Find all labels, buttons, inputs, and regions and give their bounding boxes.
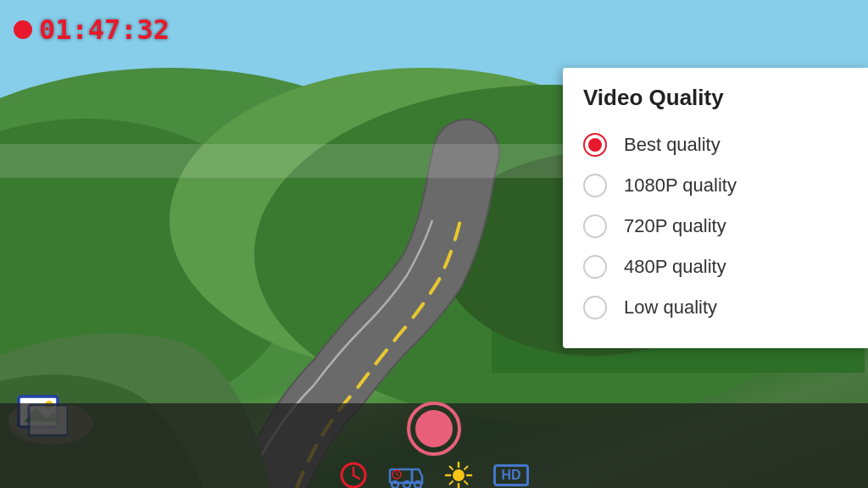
- recording-timer: 01:47:32: [39, 14, 170, 46]
- radio-best[interactable]: [583, 133, 607, 157]
- quality-option-best[interactable]: Best quality: [583, 125, 848, 165]
- svg-line-37: [450, 481, 453, 485]
- brightness-button[interactable]: [444, 461, 473, 488]
- svg-line-21: [353, 475, 359, 479]
- svg-line-35: [465, 481, 468, 485]
- quality-option-1080p[interactable]: 1080P quality: [583, 165, 848, 206]
- timer-button[interactable]: [339, 461, 368, 488]
- recording-indicator: 01:47:32: [14, 14, 170, 46]
- record-button[interactable]: [407, 402, 461, 456]
- quality-label-720p: 720P quality: [624, 215, 726, 237]
- svg-point-23: [392, 481, 398, 488]
- svg-point-29: [453, 469, 465, 481]
- radio-low[interactable]: [583, 296, 607, 319]
- svg-line-34: [450, 467, 453, 470]
- radio-1080p[interactable]: [583, 174, 607, 197]
- hd-quality-button[interactable]: HD: [493, 464, 528, 486]
- svg-line-28: [397, 474, 399, 476]
- svg-point-24: [403, 481, 410, 488]
- radio-720p[interactable]: [583, 214, 607, 238]
- recording-dot: [14, 20, 32, 39]
- radio-480p[interactable]: [583, 255, 607, 279]
- radio-inner-best: [588, 138, 602, 152]
- svg-line-36: [465, 467, 468, 470]
- bottom-toolbar: HD: [0, 403, 868, 488]
- record-button-inner: [415, 410, 453, 447]
- quality-panel-title: Video Quality: [583, 85, 848, 111]
- quality-option-low[interactable]: Low quality: [583, 287, 848, 328]
- hd-label: HD: [493, 464, 528, 486]
- truck-button[interactable]: [388, 461, 424, 488]
- quality-label-480p: 480P quality: [624, 256, 726, 278]
- quality-label-best: Best quality: [624, 134, 721, 156]
- quality-option-480p[interactable]: 480P quality: [583, 247, 848, 287]
- toolbar-icons: HD: [339, 461, 528, 488]
- quality-option-720p[interactable]: 720P quality: [583, 206, 848, 247]
- quality-label-1080p: 1080P quality: [624, 175, 737, 197]
- quality-label-low: Low quality: [624, 297, 717, 319]
- svg-point-25: [415, 481, 421, 488]
- video-quality-panel: Video Quality Best quality 1080P quality…: [563, 68, 868, 348]
